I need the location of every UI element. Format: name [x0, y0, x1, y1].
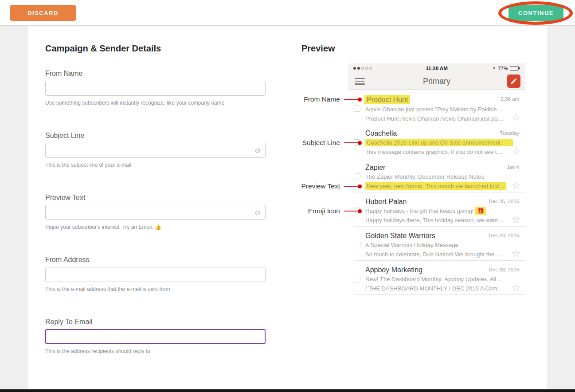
email-date: Dec 23, 2015: [489, 233, 519, 238]
reply-to-email-label: Reply To Email: [45, 318, 266, 326]
subject-line-input[interactable]: [45, 143, 266, 158]
compose-button[interactable]: [507, 74, 520, 88]
discard-button[interactable]: DISCARD: [10, 5, 76, 21]
email-sender: Appboy Marketing: [365, 266, 422, 274]
star-icon[interactable]: ☆: [511, 180, 521, 191]
field-from-address: From Address This is the e-mail address …: [45, 256, 266, 292]
email-date: Jan 4: [507, 165, 519, 170]
from-address-input[interactable]: [45, 267, 266, 282]
annotation-label: Subject Line: [302, 139, 340, 147]
email-preview-text: New year, new format. This month we laun…: [365, 182, 506, 190]
star-icon[interactable]: ☆: [511, 112, 521, 122]
email-checkbox[interactable]: [354, 276, 360, 282]
preview-text-label: Preview Text: [45, 194, 266, 202]
from-address-help: This is the e-mail address that the e-ma…: [45, 286, 266, 292]
star-icon[interactable]: ☆: [511, 146, 521, 157]
continue-button[interactable]: CONTINUE: [509, 5, 563, 21]
email-subject: Happy holidays - the gift that keeps giv…: [365, 208, 473, 214]
email-checkbox[interactable]: [354, 242, 360, 248]
email-row-coachella[interactable]: Coachella Tuesday Coachella 2016 Line up…: [348, 124, 525, 158]
form-title: Campaign & Sender Details: [45, 43, 161, 54]
email-date: Tuesday: [500, 130, 519, 136]
annotation-label: From Name: [304, 95, 340, 103]
reply-to-email-help: This is the address recipients should re…: [45, 348, 266, 354]
location-arrow-icon: ➤: [492, 66, 497, 71]
phone-status-bar: 11:20 AM ➤ 77%: [348, 63, 525, 73]
battery-percent: 77%: [498, 66, 508, 71]
email-date: Dec 23, 2015: [489, 267, 519, 272]
email-sender: Product Hunt: [364, 95, 410, 104]
field-subject-line: Subject Line ☺ This is the subject line …: [45, 132, 266, 168]
email-subject: Alexis Ohanian just posted "Poly Mailers…: [365, 106, 519, 114]
email-subject: The Zapier Monthly: December Release Not…: [365, 173, 519, 181]
gift-emoji-icon: 🎁: [475, 207, 486, 215]
preview-title: Preview: [301, 43, 335, 54]
star-icon[interactable]: ☆: [511, 248, 521, 259]
email-sender: Zapier: [365, 163, 385, 172]
phone-header: Primary: [348, 73, 525, 90]
email-subject: A Special Warriors Holiday Message: [365, 241, 519, 249]
phone-preview: 11:20 AM ➤ 77% Primary Product Hunt 2:38…: [348, 63, 525, 295]
email-checkbox[interactable]: [354, 139, 360, 146]
email-checkbox[interactable]: [354, 208, 360, 214]
from-name-help: Use something subscribers will instantly…: [45, 100, 266, 106]
email-preview-text: Product Hunt Alexis Ohanian Alexis Ohani…: [365, 115, 519, 123]
pencil-icon: [510, 78, 517, 85]
emoji-picker-icon[interactable]: ☺: [254, 209, 262, 216]
field-preview-text: Preview Text ☺ Pique your subscriber's i…: [45, 194, 266, 230]
field-reply-to-email: Reply To Email This is the address recip…: [45, 318, 266, 354]
bottom-edge-bar: [0, 389, 575, 392]
reply-to-email-input[interactable]: [45, 329, 266, 344]
email-preview-text: So much to celebrate, Dub Nation! We bro…: [365, 251, 519, 259]
email-checkbox[interactable]: [354, 173, 360, 180]
email-preview-text: This message contains graphics. If you d…: [365, 148, 519, 156]
content-card: Campaign & Sender Details From Name Use …: [28, 26, 547, 389]
email-date: 2:38 am: [501, 96, 519, 102]
inbox-title: Primary: [348, 77, 525, 86]
email-row-product-hunt[interactable]: Product Hunt 2:38 am Alexis Ohanian just…: [348, 90, 525, 124]
email-sender: Hubert Palan: [365, 197, 407, 206]
emoji-picker-icon[interactable]: ☺: [254, 147, 262, 154]
email-preview-text: / THE DASHBOARD MONTHLY / DEC 2015 A Com…: [365, 285, 519, 293]
email-sender: Coachella: [365, 129, 397, 137]
email-row-golden-state-warriors[interactable]: Golden State Warriors Dec 23, 2015 A Spe…: [348, 227, 525, 261]
star-icon[interactable]: ☆: [511, 214, 521, 225]
email-row-appboy-marketing[interactable]: Appboy Marketing Dec 23, 2015 New! The D…: [348, 261, 525, 295]
star-icon[interactable]: ☆: [511, 282, 521, 293]
battery-icon: [510, 66, 520, 71]
subject-line-label: Subject Line: [45, 132, 266, 140]
menu-icon[interactable]: [355, 78, 365, 85]
signal-strength-icon: [353, 67, 372, 70]
annotation-label: Preview Text: [301, 182, 340, 190]
field-from-name: From Name Use something subscribers will…: [45, 70, 266, 106]
email-preview-text: Happy holidays there, This holiday seaso…: [365, 216, 519, 224]
email-subject: New! The Dashboard Monthly: Appboy Updat…: [365, 275, 519, 283]
preview-text-help: Pique your subscriber's interest. Try an…: [45, 224, 266, 230]
subject-line-help: This is the subject line of your e-mail: [45, 162, 266, 168]
from-name-label: From Name: [45, 70, 266, 78]
email-row-zapier[interactable]: Zapier Jan 4 The Zapier Monthly: Decembe…: [348, 158, 525, 192]
email-list: Product Hunt 2:38 am Alexis Ohanian just…: [348, 90, 525, 295]
email-sender: Golden State Warriors: [365, 231, 435, 240]
preview-text-input[interactable]: [45, 205, 266, 220]
email-date: Dec 25, 2015: [489, 199, 519, 204]
email-row-hubert-palan[interactable]: Hubert Palan Dec 25, 2015 Happy holidays…: [348, 192, 525, 227]
from-name-input[interactable]: [45, 81, 266, 96]
email-checkbox[interactable]: [354, 105, 360, 112]
top-toolbar: DISCARD CONTINUE: [0, 0, 575, 26]
email-subject: Coachella 2016 Line up and On Sale annou…: [365, 139, 513, 146]
annotation-label: Emoji Icon: [308, 207, 340, 215]
from-address-label: From Address: [45, 256, 266, 264]
